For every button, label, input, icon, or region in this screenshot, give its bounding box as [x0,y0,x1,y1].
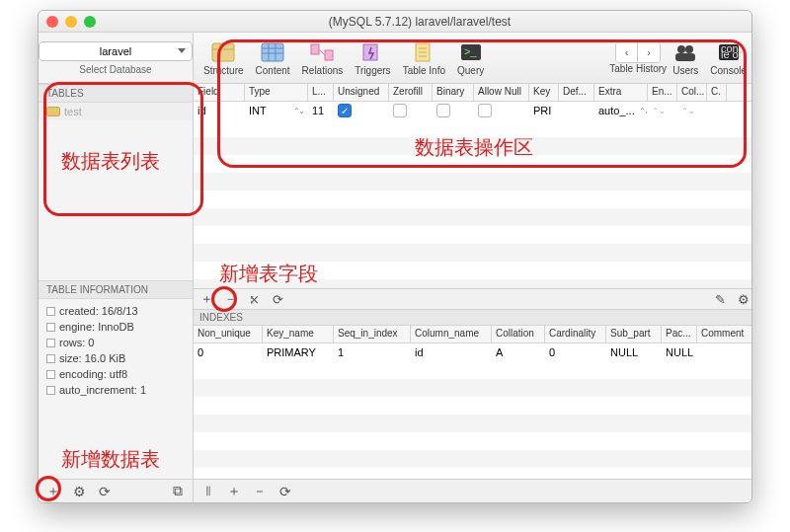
field-key-cell[interactable]: PRI [529,104,559,117]
window-controls [46,16,96,28]
query-icon: >_ [458,39,484,65]
svg-text:le off: le off [721,48,742,60]
col-header[interactable]: En... [648,84,677,101]
field-extra-cell[interactable]: auto_... [594,104,648,117]
checkbox-icon [393,104,407,117]
history-forward-button[interactable]: › [638,42,660,62]
svg-text:>_: >_ [464,45,477,57]
tab-query[interactable]: >_ Query [451,35,490,82]
col-header[interactable]: Allow Null [474,84,529,101]
col-header[interactable]: Field [194,84,245,101]
add-index-button[interactable]: ＋ [225,483,243,500]
col-header[interactable]: Key [529,84,559,101]
col-header[interactable]: Non_unique [194,326,263,342]
tab-users[interactable]: Users [667,35,704,82]
table-info-icon [411,39,436,65]
add-field-button[interactable]: ＋ [198,290,215,308]
info-row: engine: InnoDB [46,319,185,335]
indexes-area: INDEXES Non_unique Key_name Seq_in_index… [194,310,752,479]
table-list-item[interactable]: test [39,103,193,120]
field-binary-cell[interactable] [433,103,474,118]
col-header[interactable]: Col... [677,84,707,101]
select-database-label: Select Database [79,64,151,75]
tab-structure[interactable]: Structure [198,35,250,82]
tab-table-info[interactable]: Table Info [397,35,451,82]
indexes-empty-rows [194,361,752,479]
field-zerofill-cell[interactable] [389,103,433,118]
col-header[interactable]: Zerofill [389,84,433,101]
minimize-window-icon[interactable] [65,16,77,28]
info-row: rows: 0 [46,335,185,350]
table-icon [46,107,60,116]
add-table-button[interactable]: ＋ [44,483,62,500]
indexes-header: INDEXES [194,310,752,326]
field-default-cell[interactable] [559,110,594,112]
col-header[interactable]: Unsigned [334,84,389,101]
edit-button[interactable]: ✎ [711,290,729,308]
structure-icon [210,39,236,65]
sidebar: laravel Select Database TABLES test TABL… [39,33,194,502]
content-icon [260,39,285,65]
history-back-button[interactable]: ‹ [616,42,638,62]
toggle-sidebar-icon[interactable]: ⧉ [169,483,187,500]
square-icon [46,386,55,395]
tab-triggers[interactable]: Triggers [349,35,396,82]
svg-rect-3 [262,43,283,61]
field-unsigned-cell[interactable]: ✓ [334,103,389,118]
zoom-window-icon[interactable] [84,16,96,28]
indexes-header-row: Non_unique Key_name Seq_in_index Column_… [194,326,752,343]
fields-gear-icon[interactable]: ⚙ [735,290,752,308]
fields-header-row: Field Type L... Unsigned Zerofill Binary… [194,84,752,102]
square-icon [46,307,55,316]
field-allownull-cell[interactable] [474,103,529,118]
square-icon [46,323,55,332]
table-info-header: TABLE INFORMATION [39,280,193,299]
fields-body: id INT 11 ✓ PRI auto_... ⌃⌄ ⌃⌄ [194,102,752,119]
svg-rect-9 [325,50,333,60]
remove-index-button[interactable]: － [251,483,269,500]
field-name-cell[interactable]: id [194,104,245,117]
info-row: size: 16.0 KiB [46,350,185,366]
field-comment-cell[interactable] [707,110,727,112]
remove-field-button[interactable]: － [221,290,239,308]
field-row[interactable]: id INT 11 ✓ PRI auto_... ⌃⌄ ⌃⌄ [194,102,752,119]
field-type-cell[interactable]: INT [245,104,308,117]
refresh-fields-button[interactable]: ⟳ [269,290,286,308]
col-header[interactable]: Column_name [411,326,492,342]
info-row: auto_increment: 1 [46,382,185,398]
col-header[interactable]: Key_name [263,326,334,342]
col-header[interactable]: Cardinality [545,326,606,342]
svg-point-17 [677,45,685,53]
close-window-icon[interactable] [46,16,58,28]
col-header[interactable]: Type [245,84,308,101]
col-header[interactable]: Extra [594,84,648,101]
col-header[interactable]: Comment [697,326,752,342]
col-header[interactable]: C. [707,84,727,101]
main-toolbar: Structure Content Relations [194,33,752,84]
col-header[interactable]: Seq_in_index [334,326,411,342]
refresh-tables-icon[interactable]: ⟳ [96,483,114,500]
tab-relations[interactable]: Relations [296,35,350,82]
col-header[interactable]: Pac... [662,326,697,342]
tab-content[interactable]: Content [250,35,296,82]
field-encoding-cell[interactable]: ⌃⌄ [648,106,677,116]
col-header[interactable]: L... [308,84,334,101]
table-actions-gear-icon[interactable]: ⚙ [70,483,88,500]
col-header[interactable]: Binary [433,84,474,101]
col-header[interactable]: Sub_part [606,326,662,342]
field-collation-cell[interactable]: ⌃⌄ [677,106,707,116]
table-list: test [39,103,193,280]
view-mode-columns-icon[interactable]: ⦀ [199,483,217,500]
duplicate-field-button[interactable]: ⤪ [245,290,263,308]
database-dropdown[interactable]: laravel [39,41,193,61]
tables-header: TABLES [39,84,193,103]
col-header[interactable]: Collation [492,326,545,342]
col-header[interactable]: Def... [559,84,594,101]
table-history-nav: ‹ › [615,41,661,63]
index-row[interactable]: 0 PRIMARY 1 id A 0 NULL NULL [194,343,752,361]
field-length-cell[interactable]: 11 [308,104,334,117]
info-row: encoding: utf8 [46,366,185,382]
refresh-indexes-button[interactable]: ⟳ [276,483,294,500]
tab-console[interactable]: console off Console [704,35,752,82]
main-area: Structure Content Relations [194,33,752,502]
